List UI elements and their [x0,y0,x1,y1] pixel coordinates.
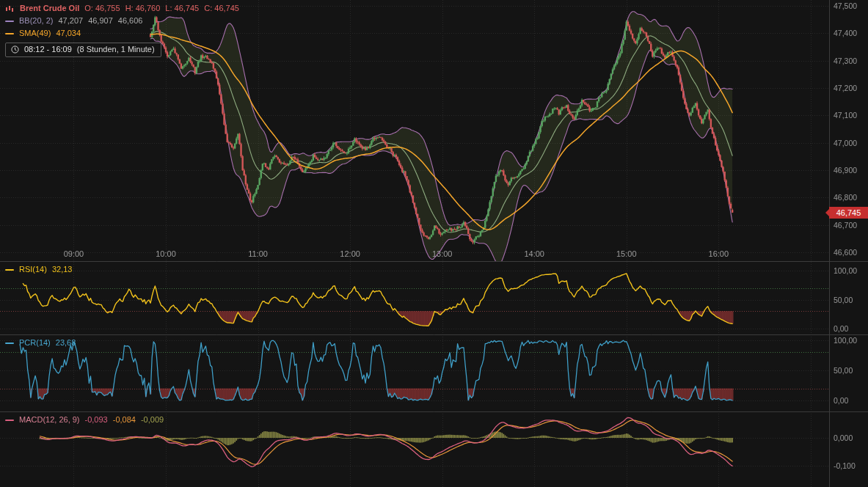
sma-label: SMA(49) [19,29,51,38]
legend-rsi: RSI(14) 32,13 [5,265,72,274]
ohlc-low: L: 46,745 [165,4,199,13]
instrument-title: Brent Crude Oil [20,4,79,13]
legend-main: Brent Crude Oil O: 46,755 H: 46,760 L: 4… [5,4,239,57]
legend-rsi-row[interactable]: RSI(14) 32,13 [5,265,72,274]
ohlc-close: C: 46,745 [204,4,239,13]
rsi-label: RSI(14) [19,265,47,274]
bb-line-swatch [5,21,14,22]
macd-signal-value: -0,084 [113,415,136,425]
ohlc-high: H: 46,760 [125,4,161,13]
clock-icon [11,45,19,54]
legend-macd: MACD(12, 26, 9) -0,093 -0,084 -0,009 [5,415,164,425]
ohlc-open: O: 46,755 [84,4,120,13]
legend-sma-row[interactable]: SMA(49) 47,034 [5,29,239,38]
trading-chart-window: 47,50047,40047,30047,20047,10047,00046,9… [0,0,868,487]
sma-line-swatch [5,33,14,34]
legend-bb-row[interactable]: BB(20, 2) 47,207 46,907 46,606 [5,16,239,26]
macd-label: MACD(12, 26, 9) [19,415,80,425]
chart-canvas[interactable] [0,0,868,487]
pcr-value: 23,68 [56,338,76,348]
macd-value: -0,093 [85,415,108,425]
bb-upper-value: 47,207 [58,16,83,26]
bb-label: BB(20, 2) [19,16,53,26]
instrument-icon [5,5,15,12]
session-note: (8 Stunden, 1 Minute) [77,45,155,54]
pcr-label: PCR(14) [19,338,51,348]
bb-lower-value: 46,606 [118,16,143,26]
legend-pcr-row[interactable]: PCR(14) 23,68 [5,338,76,348]
legend-macd-row[interactable]: MACD(12, 26, 9) -0,093 -0,084 -0,009 [5,415,164,425]
session-chip: 08:12 - 16:09 (8 Stunden, 1 Minute) [5,43,161,57]
last-price: 46,745 [836,208,861,217]
sma-value: 47,034 [56,29,81,38]
rsi-value: 32,13 [52,265,73,274]
bb-middle-value: 46,907 [88,16,113,26]
macd-line-swatch [5,420,14,421]
legend-pcr: PCR(14) 23,68 [5,338,76,348]
session-range: 08:12 - 16:09 [24,45,72,54]
last-price-badge: 46,745 [829,207,868,219]
rsi-line-swatch [5,269,14,271]
macd-hist-value: -0,009 [141,415,164,425]
pcr-line-swatch [5,343,14,344]
legend-instrument-row[interactable]: Brent Crude Oil O: 46,755 H: 46,760 L: 4… [5,4,239,13]
